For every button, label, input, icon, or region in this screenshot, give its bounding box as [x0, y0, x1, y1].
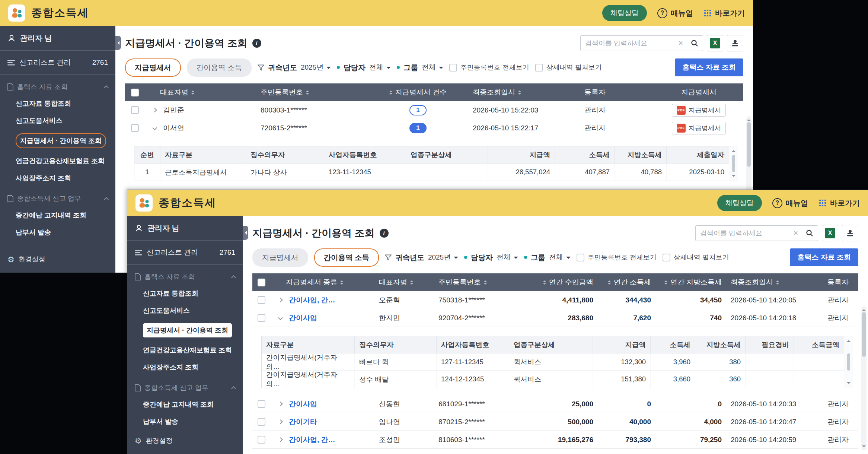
sidebar-item-insurance-inquiry[interactable]: 연금건강고용산재보험료 조회 [0, 152, 115, 169]
expand-button[interactable] [275, 438, 286, 441]
col-last-viewed[interactable]: 최종조회일시 [726, 277, 823, 287]
row-checkbox[interactable] [258, 314, 265, 322]
expand-button[interactable] [149, 108, 160, 112]
scroll-down-icon[interactable] [732, 175, 735, 179]
app-logo[interactable] [8, 4, 25, 22]
sidebar-section-hometax[interactable]: 홈택스 자료 조회 [0, 75, 115, 95]
sidebar-section-hometax[interactable]: 홈택스 자료 조회 [127, 265, 243, 285]
col-registrant[interactable]: 등록자 [580, 88, 654, 97]
sort-icon[interactable] [664, 279, 667, 286]
sort-icon[interactable] [306, 89, 309, 96]
info-icon[interactable]: i [252, 39, 261, 48]
excel-download-button[interactable]: X [707, 35, 723, 51]
manager-filter-select[interactable]: 전체 [369, 63, 391, 72]
hometax-inquiry-button[interactable]: 홈택스 자료 조회 [790, 248, 858, 266]
checkbox-icon[interactable] [535, 64, 543, 72]
sort-icon[interactable] [410, 279, 413, 286]
collapse-button[interactable] [275, 316, 286, 320]
row-checkbox[interactable] [258, 400, 265, 408]
sidebar-item-business-address[interactable]: 사업장주소지 조회 [0, 169, 115, 187]
expand-button[interactable] [275, 402, 286, 406]
scrollbar-thumb[interactable] [747, 122, 751, 167]
hometax-inquiry-button[interactable]: 홈택스 자료 조회 [675, 58, 743, 76]
sort-icon[interactable] [608, 279, 611, 286]
table-row[interactable]: 간이기타 임나연 870215-2****** 500,000 40,000 4… [252, 413, 858, 431]
tab-simple-service-income[interactable]: 간이용역 소득 [187, 58, 252, 77]
expand-button[interactable] [275, 298, 286, 302]
chat-consult-button[interactable]: 채팅상담 [602, 5, 647, 21]
sidebar-item-settings[interactable]: ⚙ 환경설정 [127, 436, 243, 445]
expand-button[interactable] [275, 420, 286, 423]
checkbox-show-full-rrn[interactable]: 주민등록번호 전체보기 [577, 253, 657, 262]
row-checkbox[interactable] [258, 418, 265, 426]
checkbox-icon[interactable] [449, 64, 457, 72]
search-icon[interactable] [691, 39, 698, 47]
sidebar-item-report-list[interactable]: 신고리스트 관리 2761 [127, 241, 243, 265]
pdf-statement-button[interactable]: PDF지급명세서 [672, 122, 726, 134]
subtable-scrollbar[interactable] [844, 336, 853, 388]
sort-icon[interactable] [776, 279, 779, 286]
group-filter-select[interactable]: 전체 [422, 63, 443, 72]
search-input[interactable] [585, 39, 674, 47]
table-row[interactable]: 간이사업 신동현 681029-1****** 25,000 0 0 2026-… [252, 395, 858, 413]
col-annual-local-tax[interactable]: 연간 지방소득세 [655, 277, 726, 287]
statement-count-badge[interactable]: 1 [409, 123, 427, 133]
checkbox-expand-details[interactable]: 상세내역 펼쳐보기 [535, 63, 602, 72]
col-statement-count[interactable]: 지급명세서 건수 [368, 88, 468, 97]
scroll-up-icon[interactable] [847, 338, 851, 342]
sidebar-item-report-help[interactable]: 신고도움서비스 [127, 302, 243, 319]
sidebar-item-insurance-inquiry[interactable]: 연금건강고용산재보험료 조회 [127, 342, 243, 359]
year-filter-select[interactable]: 2025년 [301, 63, 331, 72]
col-representative-name[interactable]: 대표자명 [144, 88, 256, 97]
sidebar-item-integrated-inquiry[interactable]: 신고자료 통합조회 [0, 95, 115, 112]
stamp-button[interactable] [842, 225, 858, 241]
scrollbar-thumb[interactable] [732, 155, 735, 172]
year-filter-select[interactable]: 2025년 [428, 253, 458, 262]
statement-type-link[interactable]: 간이사업 [289, 399, 317, 409]
tab-payment-statement[interactable]: 지급명세서 [252, 248, 308, 267]
checkbox-expand-details[interactable]: 상세내역 펼쳐보기 [663, 253, 729, 262]
app-logo[interactable] [135, 194, 153, 212]
col-last-viewed[interactable]: 최종조회일시 [468, 88, 580, 97]
sidebar-item-report-list[interactable]: 신고리스트 관리 2761 [0, 51, 115, 75]
table-row[interactable]: 간이사업, 간… 조성민 810603-1****** 19,165,276 7… [252, 431, 858, 449]
checkbox-icon[interactable] [577, 254, 584, 261]
sidebar-collapse-handle[interactable] [115, 36, 121, 50]
col-statement-type[interactable]: 지급명세서 종류 [270, 277, 374, 287]
row-checkbox[interactable] [131, 124, 139, 132]
sidebar-item-integrated-inquiry[interactable]: 신고자료 통합조회 [127, 285, 243, 302]
scroll-up-icon[interactable] [862, 307, 866, 311]
sort-icon[interactable] [484, 279, 487, 286]
manager-filter-select[interactable]: 전체 [497, 253, 518, 262]
statement-type-link[interactable]: 간이사업 [289, 313, 317, 323]
manual-button[interactable]: ? 매뉴얼 [657, 8, 693, 18]
col-representative-name[interactable]: 대표자명 [374, 277, 434, 287]
excel-download-button[interactable]: X [822, 225, 838, 241]
scrollbar-thumb[interactable] [862, 312, 866, 357]
checkbox-show-full-rrn[interactable]: 주민등록번호 전체보기 [449, 63, 529, 72]
scroll-down-icon[interactable] [862, 445, 866, 449]
col-rrn[interactable]: 주민등록번호 [434, 277, 523, 287]
tab-payment-statement[interactable]: 지급명세서 [125, 58, 181, 77]
statement-type-link[interactable]: 간이사업, 간… [289, 295, 335, 305]
vertical-scrollbar[interactable] [861, 306, 867, 450]
col-statement[interactable]: 지급명세서 [654, 88, 743, 97]
shortcut-button[interactable]: 바로가기 [703, 8, 745, 18]
stamp-button[interactable] [727, 35, 743, 51]
table-row[interactable]: 이서연 720615-2****** 1 2026-05-10 15:22:17… [125, 119, 743, 137]
sidebar-item-payment-statement[interactable]: 지급명세서 · 간이용역 조회 [0, 129, 115, 152]
col-registrant[interactable]: 등록자 [823, 277, 858, 287]
statement-type-link[interactable]: 간이기타 [289, 417, 317, 427]
sidebar-item-interim-notice[interactable]: 중간예납 고지내역 조회 [0, 207, 115, 224]
shortcut-button[interactable]: 바로가기 [818, 198, 860, 208]
scroll-up-icon[interactable] [732, 148, 735, 152]
sidebar-item-payment-slip[interactable]: 납부서 발송 [0, 224, 115, 241]
search-icon[interactable] [806, 229, 813, 237]
group-filter-select[interactable]: 전체 [549, 253, 571, 262]
row-checkbox[interactable] [258, 296, 265, 304]
row-checkbox[interactable] [131, 106, 139, 114]
select-all-checkbox[interactable] [131, 89, 139, 96]
collapse-button[interactable] [149, 126, 160, 130]
clear-search-icon[interactable]: × [678, 39, 683, 47]
sidebar-collapse-handle[interactable] [243, 226, 248, 240]
